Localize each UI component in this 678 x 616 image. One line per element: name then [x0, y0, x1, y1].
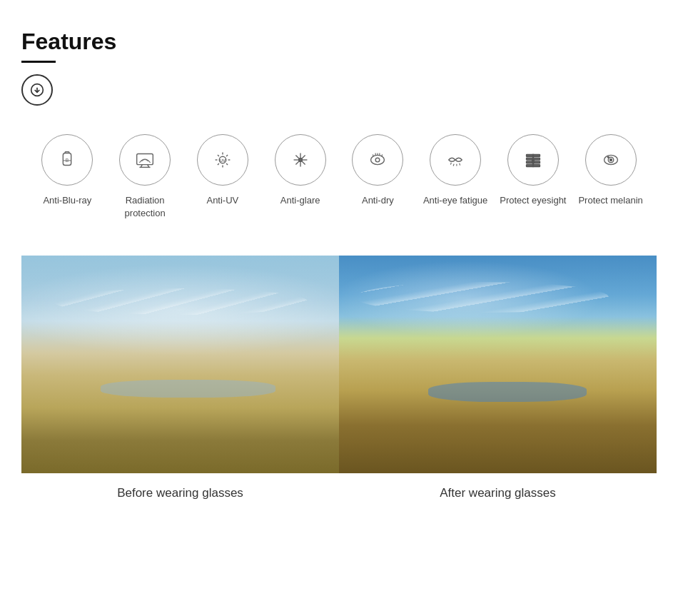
eye-lines-icon: [365, 148, 390, 172]
sun-uv-icon: UV: [211, 148, 235, 172]
svg-point-28: [376, 158, 380, 162]
svg-line-34: [451, 163, 452, 165]
anti-eye-fatigue-label: Anti-eye fatigue: [423, 194, 487, 207]
anti-blu-ray-label: Anti-Blu-ray: [43, 194, 91, 207]
svg-line-18: [226, 163, 228, 165]
radiation-protection-icon-circle: [119, 134, 171, 186]
anti-glare-icon-circle: [275, 134, 326, 186]
monitor-radiation-icon: [133, 148, 157, 172]
feature-protect-eyesight: E Protect eyesight: [497, 134, 569, 207]
anti-dry-icon-circle: [352, 134, 403, 186]
feature-radiation-protection: Radiation protection: [109, 134, 181, 220]
eye-closed-icon: [443, 148, 467, 172]
anti-uv-icon-circle: UV: [197, 134, 248, 186]
feature-anti-glare: Anti-glare: [265, 134, 336, 207]
features-icons-row: B Anti-Blu-ray Radiation protection: [21, 134, 657, 220]
anti-uv-label: Anti-UV: [206, 194, 238, 207]
anti-blu-ray-icon-circle: B: [41, 134, 93, 186]
svg-point-26: [298, 158, 302, 162]
svg-point-27: [371, 155, 385, 164]
sparkle-icon: [288, 148, 313, 172]
comparison-before: Before wearing glasses: [21, 256, 339, 500]
radiation-protection-label: Radiation protection: [109, 194, 181, 220]
svg-point-46: [609, 159, 612, 161]
protect-melanin-icon-circle: [585, 134, 637, 186]
svg-line-37: [460, 163, 460, 166]
feature-anti-uv: UV Anti-UV: [187, 134, 258, 207]
protect-eyesight-label: Protect eyesight: [500, 194, 566, 207]
comparison-after: After wearing glasses: [339, 256, 657, 500]
feature-anti-eye-fatigue: Anti-eye fatigue: [420, 134, 491, 207]
after-label: After wearing glasses: [440, 486, 556, 500]
protect-eyesight-icon-circle: E: [507, 134, 559, 186]
title-underline: [21, 61, 56, 63]
anti-dry-label: Anti-dry: [362, 194, 394, 207]
svg-point-47: [607, 156, 609, 158]
protect-melanin-label: Protect melanin: [578, 194, 642, 207]
svg-text:E: E: [532, 159, 535, 163]
page-container: Features B Anti-Blu-ray: [0, 0, 678, 543]
svg-line-20: [218, 163, 219, 165]
svg-line-35: [453, 164, 454, 166]
after-image: [339, 256, 657, 473]
comparison-section: Before wearing glasses After wearing gla…: [21, 256, 657, 500]
arrow-down-circle-icon: [30, 83, 44, 97]
scroll-down-button[interactable]: [21, 74, 53, 106]
eye-circle-icon: [599, 148, 623, 172]
features-title: Features: [21, 29, 657, 55]
feature-anti-blu-ray: B Anti-Blu-ray: [31, 134, 103, 207]
feature-anti-dry: Anti-dry: [342, 134, 413, 207]
svg-text:B: B: [66, 158, 69, 163]
svg-line-17: [218, 155, 219, 156]
anti-eye-fatigue-icon-circle: [430, 134, 481, 186]
before-image: [21, 256, 339, 473]
feature-protect-melanin: Protect melanin: [575, 134, 647, 207]
before-label: Before wearing glasses: [117, 486, 243, 500]
svg-text:UV: UV: [220, 158, 226, 163]
eye-grid-icon: E: [521, 148, 545, 172]
anti-glare-label: Anti-glare: [280, 194, 320, 207]
bottle-icon: B: [55, 148, 79, 172]
svg-line-19: [226, 155, 228, 156]
